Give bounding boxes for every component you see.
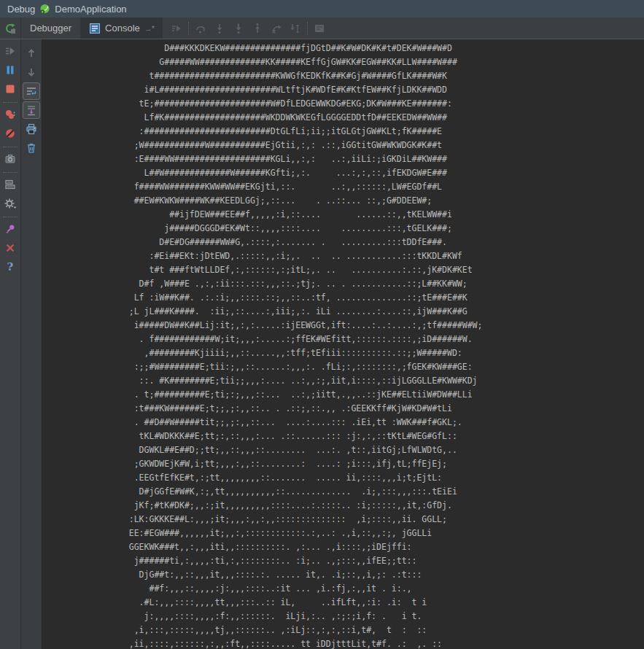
toolbar-separator [3, 217, 18, 217]
up-stack-trace-icon[interactable] [23, 44, 40, 62]
run-config-name: DemoApplication [55, 4, 126, 15]
console-output[interactable]: D###KKKDKEKW###############fjDGtD##K#W#D… [42, 39, 644, 649]
debug-tab-bar: Debugger Console →* [0, 18, 644, 39]
step-into-icon[interactable] [210, 20, 229, 37]
evaluate-expression-icon[interactable] [310, 20, 329, 37]
down-stack-trace-icon[interactable] [23, 63, 40, 81]
step-actions-toolbar [163, 18, 329, 39]
console-actions-toolbar [20, 39, 42, 649]
debug-window-header: Debug DemoApplication [0, 0, 644, 18]
toolbar-separator [3, 172, 18, 173]
window-title: Debug [7, 4, 35, 15]
toolbar-separator [3, 102, 18, 103]
help-icon[interactable]: ? [1, 258, 19, 276]
toolbar-separator [307, 22, 308, 35]
run-to-cursor-icon[interactable] [286, 20, 305, 37]
restore-layout-icon[interactable] [1, 176, 19, 193]
tab-debugger[interactable]: Debugger [21, 18, 80, 39]
tab-console-label: Console [105, 23, 140, 34]
drop-frame-icon[interactable] [267, 20, 286, 37]
view-breakpoints-icon[interactable] [1, 106, 19, 123]
toolbar-separator [188, 22, 189, 35]
settings-gear-icon[interactable] [1, 195, 19, 212]
mute-breakpoints-icon[interactable] [1, 125, 19, 142]
show-execution-point-icon[interactable] [167, 20, 186, 37]
help-glyph: ? [7, 260, 14, 273]
toolbar-separator [3, 147, 18, 147]
tab-debugger-label: Debugger [30, 23, 71, 34]
resume-program-icon[interactable] [1, 42, 19, 60]
console-new-output-indicator: →* [144, 24, 154, 33]
close-icon[interactable] [1, 239, 19, 257]
clear-all-icon[interactable] [23, 139, 40, 157]
step-over-icon[interactable] [191, 20, 210, 37]
tab-console[interactable]: Console →* [80, 18, 163, 39]
scroll-to-end-icon[interactable] [23, 101, 40, 119]
get-thread-dump-icon[interactable] [1, 150, 19, 168]
pause-program-icon[interactable] [1, 61, 19, 79]
print-icon[interactable] [23, 120, 40, 138]
debug-tool-window: Debug DemoApplication Debugger [0, 0, 644, 649]
soft-wrap-icon[interactable] [23, 82, 40, 100]
spring-boot-run-icon [39, 4, 50, 15]
pin-tab-icon[interactable] [1, 220, 19, 238]
step-out-icon[interactable] [248, 20, 267, 37]
stop-icon[interactable] [1, 80, 19, 98]
rerun-button[interactable] [1, 20, 20, 37]
debugger-actions-toolbar: ? [0, 39, 20, 649]
console-icon [89, 23, 101, 34]
force-step-into-icon[interactable] [229, 20, 248, 37]
